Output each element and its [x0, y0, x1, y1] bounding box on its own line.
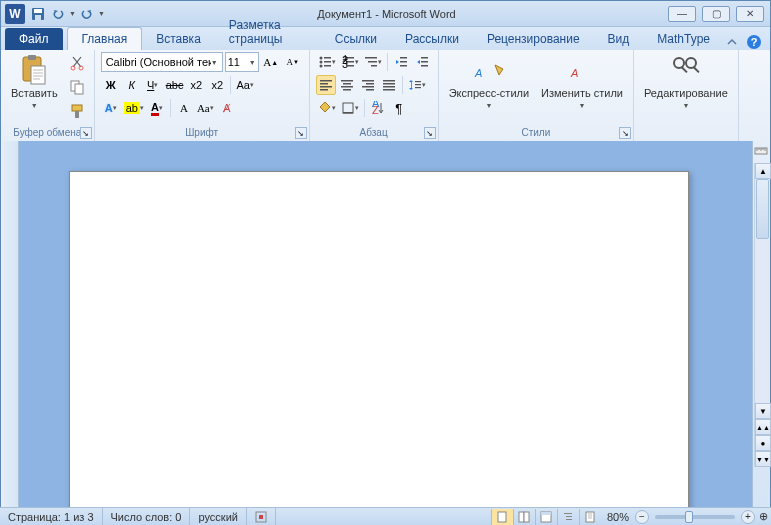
align-right-button[interactable] [358, 75, 378, 95]
font-size-combo[interactable]: 11▼ [225, 52, 259, 72]
multilevel-list-button[interactable]: ▾ [362, 52, 384, 72]
clipboard-dialog-launcher[interactable]: ↘ [80, 127, 92, 139]
justify-button[interactable] [379, 75, 399, 95]
editing-button[interactable]: Редактирование▼ [640, 52, 732, 113]
svg-rect-44 [366, 83, 374, 85]
text-effects-button[interactable]: A▾ [101, 98, 121, 118]
format-painter-button[interactable] [66, 100, 88, 122]
status-language[interactable]: русский [190, 508, 246, 525]
word-app-icon: W [5, 4, 25, 24]
font-dialog-launcher[interactable]: ↘ [295, 127, 307, 139]
help-icon[interactable]: ? [746, 34, 762, 50]
zoom-out-button[interactable]: − [635, 510, 649, 524]
align-center-button[interactable] [337, 75, 357, 95]
zoom-in-button[interactable]: + [741, 510, 755, 524]
qat-customize-icon[interactable]: ▼ [98, 10, 105, 17]
undo-icon[interactable] [49, 5, 67, 23]
align-left-button[interactable] [316, 75, 336, 95]
draft-view-button[interactable] [579, 509, 601, 525]
tab-view[interactable]: Вид [594, 28, 644, 50]
scroll-thumb[interactable] [756, 179, 769, 239]
zoom-slider-thumb[interactable] [685, 511, 693, 523]
svg-rect-43 [362, 80, 374, 82]
highlight-button[interactable]: ab▾ [122, 98, 146, 118]
tab-file[interactable]: Файл [5, 28, 63, 50]
ruler-toggle-icon[interactable] [754, 144, 770, 160]
character-shading-button[interactable]: A [174, 98, 194, 118]
sort-button[interactable]: AZ [368, 98, 388, 118]
grow-font-button[interactable]: A▲ [261, 52, 281, 72]
print-layout-view-button[interactable] [491, 509, 513, 525]
svg-rect-1 [34, 9, 42, 13]
status-macro-icon[interactable] [247, 508, 276, 525]
subscript-button[interactable]: x2 [186, 75, 206, 95]
line-spacing-button[interactable]: ▾ [406, 75, 428, 95]
borders-button[interactable]: ▾ [339, 98, 361, 118]
document-page[interactable] [69, 171, 689, 507]
enclose-characters-button[interactable]: Aa▾ [195, 98, 216, 118]
strikethrough-button[interactable]: abc [164, 75, 186, 95]
tab-references[interactable]: Ссылки [321, 28, 391, 50]
undo-dropdown-icon[interactable]: ▼ [69, 10, 76, 17]
underline-button[interactable]: Ч ▾ [143, 75, 163, 95]
paragraph-dialog-launcher[interactable]: ↘ [424, 127, 436, 139]
group-editing: Редактирование▼ [634, 50, 739, 141]
browse-object-button[interactable]: ● [755, 435, 771, 451]
cut-button[interactable] [66, 52, 88, 74]
font-name-combo[interactable]: Calibri (Основной текст)▼ [101, 52, 223, 72]
numbering-button[interactable]: 123▾ [339, 52, 361, 72]
svg-rect-73 [564, 513, 572, 514]
tab-mathtype[interactable]: MathType [643, 28, 724, 50]
superscript-button[interactable]: x2 [207, 75, 227, 95]
tab-home[interactable]: Главная [67, 27, 143, 50]
styles-dialog-launcher[interactable]: ↘ [619, 127, 631, 139]
font-color-button[interactable]: A▾ [147, 98, 167, 118]
zoom-fit-button[interactable]: ⊕ [755, 510, 771, 523]
quick-styles-icon: A [473, 54, 505, 86]
minimize-button[interactable]: ― [668, 6, 696, 22]
increase-indent-button[interactable] [412, 52, 432, 72]
svg-rect-42 [343, 89, 351, 91]
close-button[interactable]: ✕ [736, 6, 764, 22]
change-styles-icon: A [566, 54, 598, 86]
window-controls: ― ▢ ✕ [668, 6, 764, 22]
italic-button[interactable]: К [122, 75, 142, 95]
find-icon [670, 54, 702, 86]
svg-rect-32 [421, 57, 428, 59]
scroll-up-button[interactable]: ▲ [755, 163, 771, 179]
redo-icon[interactable] [78, 5, 96, 23]
save-icon[interactable] [29, 5, 47, 23]
outline-view-button[interactable] [557, 509, 579, 525]
styles-group-label: Стили [445, 126, 627, 141]
tab-insert[interactable]: Вставка [142, 28, 215, 50]
prev-page-button[interactable]: ▲▲ [755, 419, 771, 435]
change-styles-button[interactable]: A Изменить стили▼ [537, 52, 627, 113]
decrease-indent-button[interactable] [391, 52, 411, 72]
paste-button[interactable]: Вставить▼ [7, 52, 62, 113]
maximize-button[interactable]: ▢ [702, 6, 730, 22]
change-case-button[interactable]: Aa▾ [234, 75, 255, 95]
zoom-level[interactable]: 80% [601, 511, 635, 523]
status-words[interactable]: Число слов: 0 [103, 508, 191, 525]
shrink-font-button[interactable]: A▼ [283, 52, 303, 72]
minimize-ribbon-icon[interactable] [724, 34, 740, 50]
tab-review[interactable]: Рецензирование [473, 28, 594, 50]
change-styles-label: Изменить стили [541, 87, 623, 99]
web-layout-view-button[interactable] [535, 509, 557, 525]
full-screen-view-button[interactable] [513, 509, 535, 525]
bullets-button[interactable]: ▾ [316, 52, 338, 72]
tab-mailings[interactable]: Рассылки [391, 28, 473, 50]
status-page[interactable]: Страница: 1 из 3 [0, 508, 103, 525]
tab-page-layout[interactable]: Разметка страницы [215, 14, 321, 50]
show-hide-button[interactable]: ¶ [389, 98, 409, 118]
scroll-down-button[interactable]: ▼ [755, 403, 771, 419]
next-page-button[interactable]: ▼▼ [755, 451, 771, 467]
zoom-slider[interactable] [655, 515, 735, 519]
vertical-scrollbar[interactable]: ▲ ▼ ▲▲ ● ▼▼ [754, 163, 770, 467]
shading-button[interactable]: ▾ [316, 98, 338, 118]
quick-styles-button[interactable]: A Экспресс-стили▼ [445, 52, 533, 113]
ribbon: Вставить▼ Буфер обмена ↘ Calibri (Основн… [1, 50, 770, 142]
clear-formatting-button[interactable]: A̸ [217, 98, 237, 118]
bold-button[interactable]: Ж [101, 75, 121, 95]
copy-button[interactable] [66, 76, 88, 98]
